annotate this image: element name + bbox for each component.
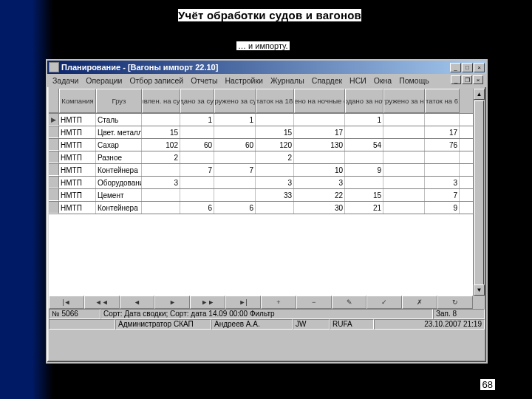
cell[interactable]	[142, 202, 180, 214]
nav-refresh[interactable]: ↻	[437, 296, 473, 309]
nav-prev[interactable]: ◄	[120, 296, 155, 309]
col-declared-day[interactable]: Заявлен. на сутки	[142, 89, 180, 113]
scroll-down-icon[interactable]: ▼	[474, 284, 485, 296]
cell[interactable]	[180, 151, 214, 163]
cell[interactable]	[142, 114, 180, 126]
cell[interactable]	[256, 114, 294, 126]
cell[interactable]	[345, 126, 383, 138]
menu-windows[interactable]: Окна	[370, 75, 395, 86]
cell[interactable]	[383, 177, 425, 188]
cell[interactable]: 1	[345, 114, 383, 126]
cell[interactable]	[214, 189, 256, 201]
nav-first[interactable]: |◄	[49, 296, 84, 309]
col-cargo[interactable]: Груз	[96, 89, 142, 113]
menu-tasks[interactable]: Задачи	[49, 75, 82, 86]
cell[interactable]: НМТП	[59, 164, 96, 176]
cell[interactable]: 54	[345, 139, 383, 151]
data-grid[interactable]: Компания Груз Заявлен. на сутки Подано з…	[49, 89, 473, 296]
cell[interactable]: 17	[294, 126, 345, 138]
nav-next[interactable]: ►	[154, 296, 190, 309]
cell[interactable]	[345, 177, 383, 188]
cell[interactable]: 22	[294, 189, 345, 201]
mdi-close-button[interactable]: ×	[473, 75, 483, 84]
table-row[interactable]: НМТПКонтейнера6630219	[49, 202, 473, 214]
cell[interactable]: 3	[256, 177, 294, 188]
cell[interactable]	[294, 151, 345, 163]
cell[interactable]	[294, 114, 345, 126]
cell[interactable]: 7	[180, 164, 214, 176]
nav-prevpage[interactable]: ◄◄	[84, 296, 120, 309]
cell[interactable]	[383, 202, 425, 214]
cell[interactable]	[345, 151, 383, 163]
cell[interactable]: 6	[214, 202, 256, 214]
cell[interactable]: Разное	[96, 151, 142, 163]
cell[interactable]: 1	[214, 114, 256, 126]
cell[interactable]: 9	[425, 202, 460, 214]
cell[interactable]: 10	[294, 164, 345, 176]
cell[interactable]: НМТП	[59, 177, 96, 188]
col-supplied-day[interactable]: Подано за сутки	[180, 89, 214, 113]
menu-nsi[interactable]: НСИ	[346, 75, 370, 86]
cell[interactable]: Цемент	[96, 189, 142, 201]
cell[interactable]: 102	[142, 139, 180, 151]
col-balance-6[interactable]: Остаток на 6:00	[425, 89, 460, 113]
table-row[interactable]: НМТПОборудование3333	[49, 177, 473, 189]
cell[interactable]: НМТП	[59, 114, 96, 126]
cell[interactable]: 76	[425, 139, 460, 151]
cell[interactable]	[383, 139, 425, 151]
mdi-restore-button[interactable]: ❐	[462, 75, 472, 84]
cell[interactable]: НМТП	[59, 202, 96, 214]
cell[interactable]: НМТП	[59, 139, 96, 151]
menu-journals[interactable]: Журналы	[267, 75, 308, 86]
table-row[interactable]: НМТПРазное22	[49, 151, 473, 164]
cell[interactable]: 130	[294, 139, 345, 151]
cell[interactable]: Цвет. металл	[96, 126, 142, 138]
cell[interactable]: 21	[345, 202, 383, 214]
close-button[interactable]: ×	[474, 63, 485, 72]
col-loaded-night[interactable]: Погружено за ночь	[383, 89, 425, 113]
vertical-scrollbar[interactable]: ▲ ▼	[473, 89, 485, 296]
cell[interactable]: 7	[425, 189, 460, 201]
cell[interactable]	[383, 114, 425, 126]
cell[interactable]: Контейнера	[96, 164, 142, 176]
col-supplied-night[interactable]: Подано за ночь	[345, 89, 383, 113]
menu-operations[interactable]: Операции	[82, 75, 126, 86]
menu-filter[interactable]: Отбор записей	[126, 75, 187, 86]
cell[interactable]: Контейнера	[96, 202, 142, 214]
cell[interactable]	[142, 164, 180, 176]
maximize-button[interactable]: □	[462, 63, 473, 72]
nav-last[interactable]: ►|	[225, 296, 261, 309]
nav-edit[interactable]: ✎	[332, 296, 367, 309]
mdi-minimize-button[interactable]: _	[451, 75, 461, 84]
cell[interactable]: НМТП	[59, 151, 96, 163]
cell[interactable]: 2	[256, 151, 294, 163]
cell[interactable]: 15	[256, 126, 294, 138]
nav-post[interactable]: ✓	[366, 296, 402, 309]
menu-spardek[interactable]: Спардек	[308, 75, 346, 86]
cell[interactable]: НМТП	[59, 189, 96, 201]
col-company[interactable]: Компания	[59, 89, 96, 113]
cell[interactable]: 3	[425, 177, 460, 188]
cell[interactable]	[383, 126, 425, 138]
cell[interactable]	[256, 164, 294, 176]
cell[interactable]: 15	[142, 126, 180, 138]
cell[interactable]: 15	[345, 189, 383, 201]
cell[interactable]	[425, 164, 460, 176]
table-row[interactable]: НМТПЦвет. металл15151717	[49, 126, 473, 139]
nav-cancel[interactable]: ✗	[402, 296, 437, 309]
cell[interactable]	[214, 177, 256, 188]
cell[interactable]: 7	[214, 164, 256, 176]
cell[interactable]: 1	[180, 114, 214, 126]
cell[interactable]: Сахар	[96, 139, 142, 151]
nav-nextpage[interactable]: ►►	[190, 296, 225, 309]
cell[interactable]: 3	[142, 177, 180, 188]
nav-add[interactable]: +	[261, 296, 296, 309]
cell[interactable]: 60	[214, 139, 256, 151]
scroll-thumb[interactable]	[474, 100, 484, 285]
cell[interactable]: Оборудование	[96, 177, 142, 188]
cell[interactable]: 9	[345, 164, 383, 176]
cell[interactable]	[383, 151, 425, 163]
col-balance-18[interactable]: Остаток на 18:00	[256, 89, 294, 113]
table-row[interactable]: НМТПКонтейнера77109	[49, 164, 473, 177]
cell[interactable]: НМТП	[59, 126, 96, 138]
